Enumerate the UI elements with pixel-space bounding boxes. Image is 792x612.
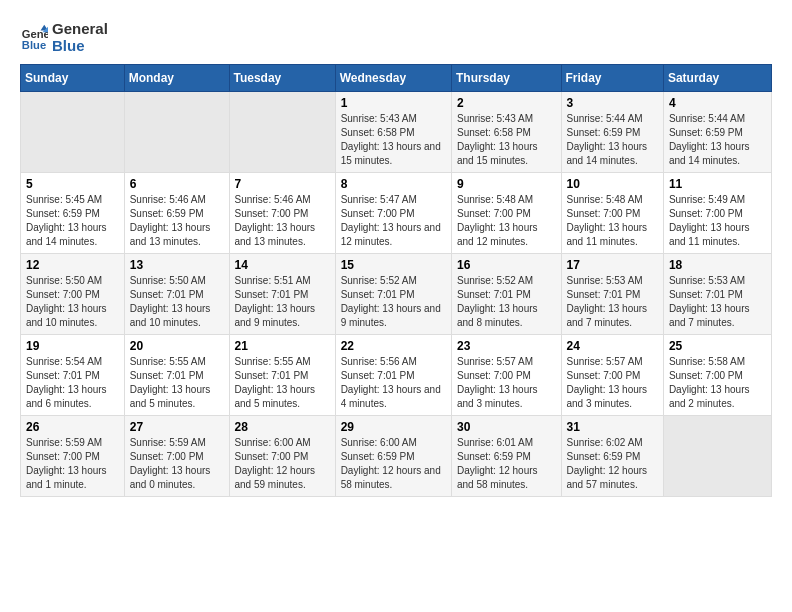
calendar-cell: 22 Sunrise: 5:56 AMSunset: 7:01 PMDaylig… xyxy=(335,335,451,416)
cell-info: Sunrise: 6:00 AMSunset: 6:59 PMDaylight:… xyxy=(341,437,441,490)
day-number: 1 xyxy=(341,96,446,110)
day-number: 18 xyxy=(669,258,766,272)
cell-info: Sunrise: 6:00 AMSunset: 7:00 PMDaylight:… xyxy=(235,437,316,490)
cell-info: Sunrise: 5:58 AMSunset: 7:00 PMDaylight:… xyxy=(669,356,750,409)
cell-info: Sunrise: 5:57 AMSunset: 7:00 PMDaylight:… xyxy=(457,356,538,409)
day-number: 20 xyxy=(130,339,224,353)
logo-icon: General Blue xyxy=(20,23,48,51)
svg-text:Blue: Blue xyxy=(22,39,46,51)
day-number: 4 xyxy=(669,96,766,110)
calendar-cell: 24 Sunrise: 5:57 AMSunset: 7:00 PMDaylig… xyxy=(561,335,663,416)
day-number: 8 xyxy=(341,177,446,191)
cell-info: Sunrise: 5:54 AMSunset: 7:01 PMDaylight:… xyxy=(26,356,107,409)
day-header-tuesday: Tuesday xyxy=(229,65,335,92)
cell-info: Sunrise: 5:55 AMSunset: 7:01 PMDaylight:… xyxy=(130,356,211,409)
cell-info: Sunrise: 5:48 AMSunset: 7:00 PMDaylight:… xyxy=(567,194,648,247)
cell-info: Sunrise: 5:52 AMSunset: 7:01 PMDaylight:… xyxy=(457,275,538,328)
cell-info: Sunrise: 5:44 AMSunset: 6:59 PMDaylight:… xyxy=(567,113,648,166)
calendar-cell: 4 Sunrise: 5:44 AMSunset: 6:59 PMDayligh… xyxy=(663,92,771,173)
day-number: 3 xyxy=(567,96,658,110)
calendar-week-row: 12 Sunrise: 5:50 AMSunset: 7:00 PMDaylig… xyxy=(21,254,772,335)
calendar-cell: 29 Sunrise: 6:00 AMSunset: 6:59 PMDaylig… xyxy=(335,416,451,497)
calendar-week-row: 19 Sunrise: 5:54 AMSunset: 7:01 PMDaylig… xyxy=(21,335,772,416)
calendar-cell: 12 Sunrise: 5:50 AMSunset: 7:00 PMDaylig… xyxy=(21,254,125,335)
calendar-cell: 20 Sunrise: 5:55 AMSunset: 7:01 PMDaylig… xyxy=(124,335,229,416)
logo-blue: Blue xyxy=(52,37,108,54)
cell-info: Sunrise: 5:43 AMSunset: 6:58 PMDaylight:… xyxy=(341,113,441,166)
cell-info: Sunrise: 5:43 AMSunset: 6:58 PMDaylight:… xyxy=(457,113,538,166)
cell-info: Sunrise: 5:59 AMSunset: 7:00 PMDaylight:… xyxy=(130,437,211,490)
day-number: 6 xyxy=(130,177,224,191)
day-number: 29 xyxy=(341,420,446,434)
day-number: 2 xyxy=(457,96,556,110)
day-number: 31 xyxy=(567,420,658,434)
day-number: 10 xyxy=(567,177,658,191)
calendar-cell: 11 Sunrise: 5:49 AMSunset: 7:00 PMDaylig… xyxy=(663,173,771,254)
cell-info: Sunrise: 5:57 AMSunset: 7:00 PMDaylight:… xyxy=(567,356,648,409)
cell-info: Sunrise: 5:59 AMSunset: 7:00 PMDaylight:… xyxy=(26,437,107,490)
day-header-sunday: Sunday xyxy=(21,65,125,92)
day-number: 11 xyxy=(669,177,766,191)
calendar-week-row: 1 Sunrise: 5:43 AMSunset: 6:58 PMDayligh… xyxy=(21,92,772,173)
cell-info: Sunrise: 5:44 AMSunset: 6:59 PMDaylight:… xyxy=(669,113,750,166)
calendar-cell: 5 Sunrise: 5:45 AMSunset: 6:59 PMDayligh… xyxy=(21,173,125,254)
cell-info: Sunrise: 5:51 AMSunset: 7:01 PMDaylight:… xyxy=(235,275,316,328)
calendar-cell: 17 Sunrise: 5:53 AMSunset: 7:01 PMDaylig… xyxy=(561,254,663,335)
cell-info: Sunrise: 5:46 AMSunset: 7:00 PMDaylight:… xyxy=(235,194,316,247)
day-number: 5 xyxy=(26,177,119,191)
day-number: 23 xyxy=(457,339,556,353)
day-number: 9 xyxy=(457,177,556,191)
logo: General Blue General Blue xyxy=(20,20,108,54)
calendar-cell: 23 Sunrise: 5:57 AMSunset: 7:00 PMDaylig… xyxy=(451,335,561,416)
day-header-thursday: Thursday xyxy=(451,65,561,92)
calendar-cell: 6 Sunrise: 5:46 AMSunset: 6:59 PMDayligh… xyxy=(124,173,229,254)
day-header-monday: Monday xyxy=(124,65,229,92)
day-number: 27 xyxy=(130,420,224,434)
day-number: 13 xyxy=(130,258,224,272)
day-header-friday: Friday xyxy=(561,65,663,92)
day-number: 12 xyxy=(26,258,119,272)
calendar-cell: 21 Sunrise: 5:55 AMSunset: 7:01 PMDaylig… xyxy=(229,335,335,416)
calendar-cell: 1 Sunrise: 5:43 AMSunset: 6:58 PMDayligh… xyxy=(335,92,451,173)
cell-info: Sunrise: 5:47 AMSunset: 7:00 PMDaylight:… xyxy=(341,194,441,247)
day-number: 19 xyxy=(26,339,119,353)
day-number: 7 xyxy=(235,177,330,191)
cell-info: Sunrise: 5:56 AMSunset: 7:01 PMDaylight:… xyxy=(341,356,441,409)
header: General Blue General Blue xyxy=(20,20,772,54)
day-number: 24 xyxy=(567,339,658,353)
calendar-cell xyxy=(124,92,229,173)
calendar-cell: 18 Sunrise: 5:53 AMSunset: 7:01 PMDaylig… xyxy=(663,254,771,335)
cell-info: Sunrise: 5:46 AMSunset: 6:59 PMDaylight:… xyxy=(130,194,211,247)
calendar-table: SundayMondayTuesdayWednesdayThursdayFrid… xyxy=(20,64,772,497)
cell-info: Sunrise: 5:50 AMSunset: 7:01 PMDaylight:… xyxy=(130,275,211,328)
calendar-cell: 25 Sunrise: 5:58 AMSunset: 7:00 PMDaylig… xyxy=(663,335,771,416)
calendar-week-row: 5 Sunrise: 5:45 AMSunset: 6:59 PMDayligh… xyxy=(21,173,772,254)
day-number: 25 xyxy=(669,339,766,353)
day-number: 16 xyxy=(457,258,556,272)
cell-info: Sunrise: 5:53 AMSunset: 7:01 PMDaylight:… xyxy=(567,275,648,328)
day-number: 26 xyxy=(26,420,119,434)
day-number: 17 xyxy=(567,258,658,272)
day-header-saturday: Saturday xyxy=(663,65,771,92)
day-number: 15 xyxy=(341,258,446,272)
cell-info: Sunrise: 5:50 AMSunset: 7:00 PMDaylight:… xyxy=(26,275,107,328)
day-header-wednesday: Wednesday xyxy=(335,65,451,92)
calendar-cell: 16 Sunrise: 5:52 AMSunset: 7:01 PMDaylig… xyxy=(451,254,561,335)
calendar-cell xyxy=(663,416,771,497)
cell-info: Sunrise: 5:45 AMSunset: 6:59 PMDaylight:… xyxy=(26,194,107,247)
calendar-cell: 2 Sunrise: 5:43 AMSunset: 6:58 PMDayligh… xyxy=(451,92,561,173)
calendar-cell: 7 Sunrise: 5:46 AMSunset: 7:00 PMDayligh… xyxy=(229,173,335,254)
day-number: 30 xyxy=(457,420,556,434)
calendar-cell: 19 Sunrise: 5:54 AMSunset: 7:01 PMDaylig… xyxy=(21,335,125,416)
calendar-cell: 3 Sunrise: 5:44 AMSunset: 6:59 PMDayligh… xyxy=(561,92,663,173)
calendar-cell: 28 Sunrise: 6:00 AMSunset: 7:00 PMDaylig… xyxy=(229,416,335,497)
cell-info: Sunrise: 5:53 AMSunset: 7:01 PMDaylight:… xyxy=(669,275,750,328)
calendar-cell: 30 Sunrise: 6:01 AMSunset: 6:59 PMDaylig… xyxy=(451,416,561,497)
calendar-cell: 9 Sunrise: 5:48 AMSunset: 7:00 PMDayligh… xyxy=(451,173,561,254)
calendar-week-row: 26 Sunrise: 5:59 AMSunset: 7:00 PMDaylig… xyxy=(21,416,772,497)
day-number: 22 xyxy=(341,339,446,353)
calendar-cell: 26 Sunrise: 5:59 AMSunset: 7:00 PMDaylig… xyxy=(21,416,125,497)
logo-general: General xyxy=(52,20,108,37)
calendar-cell: 15 Sunrise: 5:52 AMSunset: 7:01 PMDaylig… xyxy=(335,254,451,335)
cell-info: Sunrise: 5:52 AMSunset: 7:01 PMDaylight:… xyxy=(341,275,441,328)
